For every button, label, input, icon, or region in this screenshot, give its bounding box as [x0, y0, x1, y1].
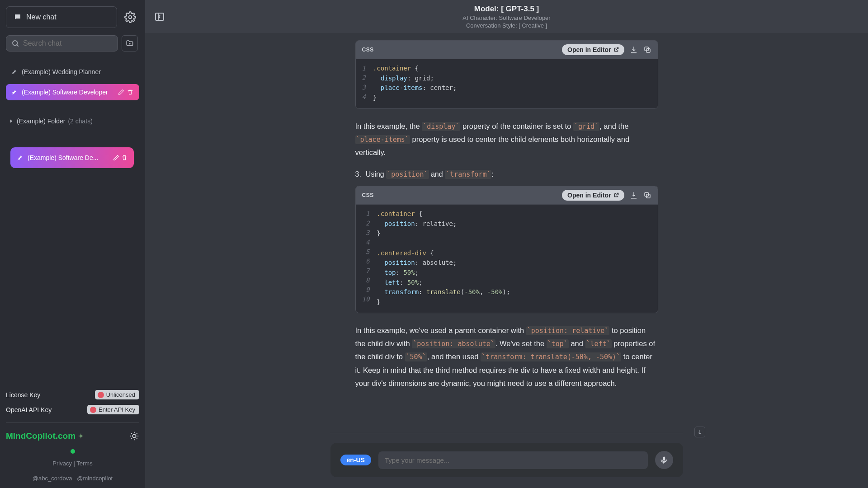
search-input[interactable]: [23, 39, 113, 47]
svg-rect-3: [156, 13, 164, 20]
folder-count: (2 chats): [68, 117, 92, 125]
copy-button[interactable]: [643, 191, 651, 199]
inline-code: `display`: [422, 122, 460, 131]
download-icon: [630, 191, 638, 199]
inline-code: `transform: translate(-50%, -50%)`: [481, 352, 621, 361]
trash-icon[interactable]: [126, 88, 134, 96]
collapse-sidebar-button[interactable]: [153, 10, 166, 23]
divider: [330, 433, 683, 433]
edit-icon[interactable]: [113, 155, 119, 161]
header: Model: [ GPT-3.5 ] AI Character: Softwar…: [145, 0, 868, 33]
pin-icon: [17, 155, 23, 161]
folder-plus-icon: [126, 39, 134, 47]
privacy-link[interactable]: Privacy: [52, 460, 72, 467]
panel-left-icon: [154, 11, 165, 22]
alert-dot-icon: [98, 392, 104, 398]
model-label: Model: [ GPT-3.5 ]: [145, 5, 868, 14]
inline-code: `left`: [585, 339, 612, 348]
style-label: Conversation Style: [ Creative ]: [145, 22, 868, 29]
new-chat-label: New chat: [26, 13, 57, 21]
theme-toggle-button[interactable]: [129, 431, 139, 441]
inline-code: `position: relative`: [526, 326, 610, 335]
new-folder-button[interactable]: [122, 35, 138, 52]
inline-code: `50%`: [405, 352, 427, 361]
edit-icon[interactable]: [117, 88, 125, 96]
settings-button[interactable]: [121, 6, 139, 28]
mic-icon: [660, 456, 668, 464]
input-area: en-US: [145, 443, 868, 488]
drag-preview-chip[interactable]: (Example) Software De...: [10, 147, 134, 168]
terms-link[interactable]: Terms: [76, 460, 92, 467]
open-in-editor-button[interactable]: Open in Editor: [562, 44, 624, 55]
status-dot-icon: [71, 449, 75, 454]
footer-handles: @abc_cordova @mindcopilot: [6, 475, 139, 482]
scroll-to-bottom-button[interactable]: [694, 427, 705, 437]
copy-button[interactable]: [643, 46, 651, 54]
external-link-icon: [613, 47, 619, 52]
chat-bubble-icon: [14, 13, 22, 21]
main: Model: [ GPT-3.5 ] AI Character: Softwar…: [145, 0, 868, 488]
code-block: CSS Open in Editor 1234 .container { dis…: [355, 40, 658, 109]
character-label: AI Character: Software Developer: [145, 14, 868, 21]
new-chat-button[interactable]: New chat: [6, 6, 117, 28]
license-badge[interactable]: Unlicensed: [95, 390, 139, 399]
chat-item[interactable]: (Example) Wedding Planner: [6, 64, 139, 80]
copy-icon: [643, 191, 651, 199]
sparkle-icon: ✦: [78, 432, 84, 440]
sun-icon: [129, 431, 139, 441]
copy-icon: [643, 46, 651, 54]
inline-code: `position`: [386, 170, 429, 179]
list-number: 3.: [355, 170, 361, 178]
folder-item[interactable]: (Example) Folder (2 chats): [6, 113, 139, 129]
paragraph: In this example, the `display` property …: [355, 120, 658, 160]
code-content: .container { display: grid; place-items:…: [373, 64, 457, 103]
line-numbers: 1234: [362, 64, 373, 103]
chat-item-label: (Example) Wedding Planner: [22, 68, 101, 75]
inline-code: `place-items`: [355, 135, 410, 144]
inline-code: `position: absolute`: [412, 339, 495, 348]
paragraph: In this example, we've used a parent con…: [355, 324, 658, 390]
line-numbers: 12345678910: [362, 209, 377, 307]
api-key-badge[interactable]: Enter API Key: [87, 405, 139, 414]
language-chip[interactable]: en-US: [340, 455, 371, 465]
inline-code: `grid`: [573, 122, 599, 131]
chat-item-label: (Example) Software Developer: [22, 89, 108, 96]
pin-icon: [11, 69, 17, 75]
sidebar: New chat (Example) Wedding Planner: [0, 0, 145, 488]
open-in-editor-button[interactable]: Open in Editor: [562, 190, 624, 201]
search-icon: [11, 39, 19, 47]
chat-list: (Example) Wedding Planner (Example) Soft…: [6, 64, 139, 129]
code-lang-label: CSS: [362, 47, 374, 53]
download-button[interactable]: [630, 46, 638, 54]
search-input-wrap[interactable]: [6, 35, 118, 52]
api-key-row: OpenAI API Key Enter API Key: [6, 405, 139, 414]
api-key-label: OpenAI API Key: [6, 406, 52, 413]
arrow-down-icon: [697, 429, 703, 435]
license-key-row: License Key Unlicensed: [6, 390, 139, 399]
message-input[interactable]: [378, 451, 648, 469]
inline-code: `transform`: [445, 170, 491, 179]
license-key-label: License Key: [6, 391, 40, 399]
brand-link[interactable]: MindCopilot.com✦: [6, 431, 84, 441]
microphone-button[interactable]: [655, 451, 673, 469]
trash-icon[interactable]: [121, 155, 127, 161]
download-button[interactable]: [630, 191, 638, 199]
pin-icon: [11, 89, 17, 95]
folder-label: (Example) Folder: [17, 117, 65, 125]
svg-point-1: [13, 41, 18, 46]
code-block: CSS Open in Editor 12345678910 .containe…: [355, 186, 658, 313]
handle-app[interactable]: @mindcopilot: [77, 475, 113, 482]
code-lang-label: CSS: [362, 192, 374, 198]
content-scroll[interactable]: CSS Open in Editor 1234 .container { dis…: [145, 33, 868, 443]
ordered-list-item: 3. Using `position` and `transform`:: [355, 170, 658, 178]
gear-icon: [124, 11, 136, 23]
inline-code: `top`: [547, 339, 569, 348]
chat-item-active[interactable]: (Example) Software Developer: [6, 84, 139, 100]
divider: [6, 422, 139, 423]
handle-author[interactable]: @abc_cordova: [33, 475, 72, 482]
code-content: .container { position: relative; } .cent…: [377, 209, 510, 307]
svg-point-0: [128, 16, 132, 19]
external-link-icon: [613, 192, 619, 198]
download-icon: [630, 46, 638, 54]
alert-dot-icon: [90, 407, 96, 413]
